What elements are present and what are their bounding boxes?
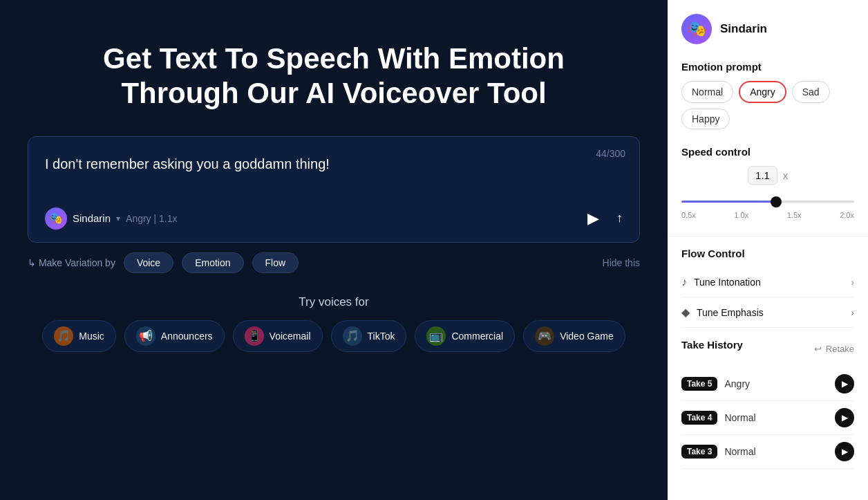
text-input-box: 44/300 I don't remember asking you a god…	[28, 136, 640, 243]
take-history-section: Take History ↩ Retake Take 5 Angry ▶ Tak…	[681, 339, 854, 469]
take-3-emotion: Normal	[724, 446, 828, 457]
voices-list: 🎵 Music 📢 Announcers 📱 Voicemail 🎵 TikTo…	[28, 320, 640, 352]
speed-clear-button[interactable]: x	[783, 170, 788, 181]
take-5-badge: Take 5	[681, 377, 717, 391]
voice-name-label: Sindarin	[73, 212, 111, 224]
tune-intonation-label: Tune Intonation	[694, 277, 761, 288]
input-text[interactable]: I don't remember asking you a goddamn th…	[45, 154, 623, 195]
panel-header: 🎭 Sindarin	[681, 14, 854, 44]
voice-info: 🎭 Sindarin ▾ Angry | 1.1x	[45, 207, 178, 230]
emotion-prompt-title: Emotion prompt	[681, 61, 854, 73]
variation-flow-button[interactable]: Flow	[252, 252, 299, 273]
voice-controls: ▶ ↑	[581, 206, 623, 231]
speed-slider[interactable]	[681, 201, 854, 203]
hero-title: Get Text To Speech With Emotion Through …	[103, 41, 565, 111]
chevron-down-icon[interactable]: ▾	[116, 214, 120, 223]
voice-tag-label: Commercial	[451, 331, 503, 342]
take-item-5: Take 5 Angry ▶	[681, 367, 854, 401]
right-panel: 🎭 Sindarin Emotion prompt Normal Angry S…	[668, 0, 868, 500]
avatar: 🎭	[45, 207, 67, 230]
emotion-prompt-section: Emotion prompt Normal Angry Sad Happy	[681, 61, 854, 146]
voicemail-avatar: 📱	[245, 326, 264, 346]
take-item-3: Take 3 Normal ▶	[681, 435, 854, 469]
voice-tag-videogame[interactable]: 🎮 Video Game	[523, 320, 625, 352]
chevron-right-icon: ›	[851, 277, 854, 288]
tune-emphasis-label: Tune Emphasis	[697, 307, 764, 318]
tune-emphasis-item[interactable]: ◆ Tune Emphasis ›	[681, 297, 854, 328]
tiktok-avatar: 🎵	[343, 326, 362, 346]
divider	[668, 236, 868, 237]
take-history-header: Take History ↩ Retake	[681, 339, 854, 359]
emotion-sad-button[interactable]: Sad	[792, 81, 830, 103]
voice-tag-commercial[interactable]: 📺 Commercial	[415, 320, 515, 352]
emphasis-icon: ◆	[681, 306, 690, 319]
take-history-title: Take History	[681, 339, 743, 351]
take-4-play-button[interactable]: ▶	[835, 408, 854, 427]
music-note-icon: ♪	[681, 276, 687, 288]
announcers-avatar: 📢	[136, 326, 155, 346]
panel-avatar: 🎭	[681, 14, 712, 44]
voice-tag-label: Video Game	[560, 331, 614, 342]
voice-meta: Angry | 1.1x	[126, 213, 177, 224]
try-voices-section: Try voices for 🎵 Music 📢 Announcers 📱 Vo…	[28, 295, 640, 352]
music-avatar: 🎵	[54, 326, 73, 346]
tune-intonation-left: ♪ Tune Intonation	[681, 276, 761, 288]
speed-control-title: Speed control	[681, 146, 854, 158]
char-count: 44/300	[596, 148, 625, 159]
voice-tag-tiktok[interactable]: 🎵 TikTok	[331, 320, 407, 352]
voice-tag-announcers[interactable]: 📢 Announcers	[124, 320, 225, 352]
voice-tag-label: Voicemail	[270, 331, 311, 342]
variation-label: ↳ Make Variation by	[28, 257, 115, 268]
play-button[interactable]: ▶	[581, 206, 605, 231]
variation-voice-button[interactable]: Voice	[124, 252, 173, 273]
hide-this-button[interactable]: Hide this	[603, 257, 640, 268]
variation-emotion-button[interactable]: Emotion	[182, 252, 243, 273]
voice-tag-music[interactable]: 🎵 Music	[42, 320, 116, 352]
share-button[interactable]: ↑	[616, 211, 623, 225]
take-4-badge: Take 4	[681, 411, 717, 425]
chevron-right-icon: ›	[851, 307, 854, 318]
speed-slider-wrapper	[681, 193, 854, 205]
speed-display: 1.1 x	[681, 166, 854, 185]
videogame-avatar: 🎮	[535, 326, 554, 346]
tune-intonation-item[interactable]: ♪ Tune Intonation ›	[681, 268, 854, 297]
text-box-footer: 🎭 Sindarin ▾ Angry | 1.1x ▶ ↑	[45, 206, 623, 231]
retake-button[interactable]: ↩ Retake	[814, 344, 854, 354]
flow-control-section: Flow Control ♪ Tune Intonation › ◆ Tune …	[681, 248, 854, 328]
voice-tag-voicemail[interactable]: 📱 Voicemail	[233, 320, 323, 352]
take-item-4: Take 4 Normal ▶	[681, 401, 854, 435]
speed-value: 1.1	[748, 166, 777, 185]
variation-bar: ↳ Make Variation by Voice Emotion Flow H…	[28, 252, 640, 273]
commercial-avatar: 📺	[426, 326, 446, 346]
take-5-play-button[interactable]: ▶	[835, 374, 854, 393]
take-5-emotion: Angry	[724, 378, 828, 389]
emotion-happy-button[interactable]: Happy	[681, 109, 730, 129]
voice-tag-label: Announcers	[161, 331, 213, 342]
emotion-normal-button[interactable]: Normal	[681, 81, 733, 103]
flow-control-title: Flow Control	[681, 248, 854, 259]
tune-emphasis-left: ◆ Tune Emphasis	[681, 306, 764, 319]
speed-labels: 0.5x 1.0x 1.5x 2.0x	[681, 211, 854, 219]
voice-tag-label: TikTok	[368, 331, 395, 342]
main-area: Get Text To Speech With Emotion Through …	[0, 0, 668, 500]
panel-voice-name: Sindarin	[720, 22, 767, 36]
emotion-angry-button[interactable]: Angry	[739, 81, 786, 103]
voice-tag-label: Music	[79, 331, 104, 342]
retake-icon: ↩	[814, 344, 822, 354]
take-4-emotion: Normal	[724, 412, 828, 423]
take-3-play-button[interactable]: ▶	[835, 442, 854, 461]
speed-control-section: Speed control 1.1 x 0.5x 1.0x 1.5x 2.0x	[681, 146, 854, 219]
take-3-badge: Take 3	[681, 445, 717, 459]
try-voices-title: Try voices for	[28, 295, 640, 309]
emotion-buttons: Normal Angry Sad Happy	[681, 81, 854, 129]
